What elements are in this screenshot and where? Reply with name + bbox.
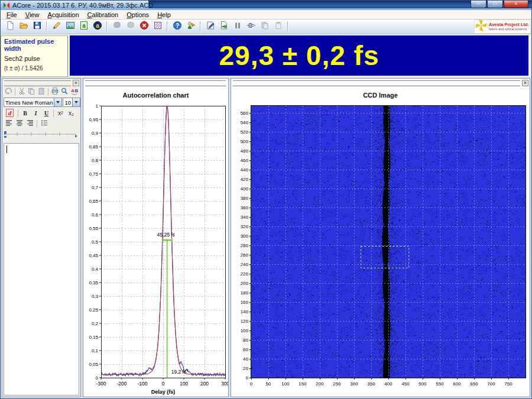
vendor-name: Avesta Project Ltd.: [489, 22, 529, 27]
connection-button[interactable]: [244, 21, 258, 33]
autocorrelation-chart[interactable]: 10,950,90,850,80,750,70,650,60,550,50,45…: [83, 100, 228, 396]
statistics-button: [231, 21, 244, 33]
menu-options[interactable]: Options: [122, 11, 153, 18]
panel-grip[interactable]: [233, 80, 520, 86]
svg-text:B: B: [75, 88, 79, 93]
editor-separator: [48, 88, 48, 96]
calibration-pen-button[interactable]: [50, 21, 63, 33]
panel-grip[interactable]: [4, 80, 71, 86]
bullet-list-button[interactable]: [39, 119, 49, 128]
svg-text:0: 0: [96, 375, 99, 381]
copy-text-button: [27, 87, 36, 96]
acq-forward-button: [124, 21, 137, 33]
minimize-button[interactable]: –: [471, 1, 486, 8]
bold-button[interactable]: B: [20, 108, 30, 118]
report-text-area[interactable]: [4, 143, 79, 395]
export-web-button[interactable]: a: [90, 21, 104, 33]
font-family-select[interactable]: Times New Roman: [4, 98, 62, 107]
background-frame-icon: [153, 21, 163, 33]
align-right-button[interactable]: [25, 119, 35, 128]
edit-report-button[interactable]: [203, 21, 217, 33]
acq-forward-icon: [126, 21, 135, 33]
dropdown-arrow-icon[interactable]: [72, 98, 80, 106]
svg-text:0,95: 0,95: [89, 117, 98, 122]
panel-close-button[interactable]: ×: [73, 80, 79, 86]
acq-stop-button[interactable]: [137, 21, 151, 33]
dropdown-arrow-icon[interactable]: [54, 98, 61, 106]
align-left-icon: [5, 119, 13, 128]
copy-icon: [27, 87, 35, 96]
ccd-image[interactable]: [231, 100, 530, 396]
save-icon: [33, 21, 42, 33]
view-image-button[interactable]: [63, 21, 77, 33]
app-window: ACore - 2015.03.17 6. РУ, 40.9мВт, 29.3ф…: [0, 0, 532, 399]
paste-text-button: [37, 87, 46, 96]
font-size-select[interactable]: 10: [63, 98, 80, 107]
paste-icon: [274, 21, 283, 33]
svg-text:0,9: 0,9: [92, 131, 99, 136]
menu-calibration[interactable]: Calibration: [83, 11, 123, 18]
panel-close-button[interactable]: ×: [522, 80, 528, 86]
background-frame-button[interactable]: [151, 21, 164, 33]
excel-export-icon: a: [79, 21, 89, 33]
superscript-button[interactable]: x²: [56, 108, 66, 118]
svg-text:0,55: 0,55: [89, 226, 98, 231]
menu-view[interactable]: View: [21, 11, 44, 18]
open-file-button[interactable]: [17, 21, 30, 33]
underline-button[interactable]: U: [41, 108, 51, 118]
help-globe-icon: ?: [173, 21, 182, 33]
export-report-icon: [219, 21, 229, 33]
toolbar-separator: [106, 21, 108, 32]
pulse-info-title: Estimated pulse width: [4, 38, 64, 52]
pulse-model: Sech2 pulse: [4, 55, 64, 62]
cut-button: [17, 87, 27, 96]
panel-grip[interactable]: [85, 80, 226, 86]
copy-button: [258, 21, 271, 33]
toolbar-separator: [46, 21, 47, 32]
menu-help[interactable]: Help: [153, 11, 175, 18]
svg-text:0,15: 0,15: [89, 335, 98, 340]
svg-text:0,45: 0,45: [89, 253, 98, 258]
align-center-button[interactable]: [14, 119, 24, 128]
zoom-button[interactable]: [60, 87, 70, 96]
svg-text:0,2: 0,2: [92, 321, 99, 326]
paste-button: [271, 21, 285, 33]
drop-cap-button[interactable]: d: [4, 108, 16, 118]
svg-text:-100: -100: [137, 381, 147, 387]
window-title: ACore - 2015.03.17 6. РУ, 40.9мВт, 29.3ф…: [12, 2, 153, 9]
ruler[interactable]: [3, 129, 79, 142]
setup-wizard-button[interactable]: [184, 21, 197, 33]
svg-text:19,2 fs: 19,2 fs: [171, 369, 187, 375]
new-file-button[interactable]: [3, 21, 17, 33]
toolbar-separator: [167, 21, 168, 32]
autocorrelation-chart-title: Autocorrelation chart: [83, 86, 228, 100]
menu-acquisition[interactable]: Acquisition: [43, 11, 83, 18]
workspace: × AB Times New Roman 10: [1, 77, 531, 398]
undo-button: [4, 87, 13, 96]
help-button[interactable]: ?: [170, 21, 184, 33]
export-report-button[interactable]: [217, 21, 231, 33]
avesta-logo-icon: [475, 19, 488, 34]
ccd-image-panel: × CCD Image: [231, 78, 530, 397]
close-button[interactable]: ×: [504, 1, 528, 8]
print-button[interactable]: [50, 87, 60, 96]
editor-separator: [18, 109, 18, 117]
maximize-button[interactable]: □: [487, 1, 503, 8]
save-button[interactable]: [30, 21, 44, 33]
magnifier-icon: [60, 87, 69, 96]
bullet-list-icon: [40, 119, 48, 128]
italic-button[interactable]: I: [31, 108, 41, 118]
export-excel-button[interactable]: a: [77, 21, 90, 33]
align-left-button[interactable]: [4, 119, 14, 128]
svg-text:45,25 fs: 45,25 fs: [157, 232, 175, 238]
stop-icon: [140, 21, 149, 33]
pen-icon: [52, 21, 61, 33]
menu-file[interactable]: File: [2, 11, 21, 18]
svg-text:100: 100: [180, 381, 188, 387]
toolbar-separator: [200, 21, 201, 32]
vendor-tagline: lasers and optical systems: [489, 27, 529, 31]
svg-text:1: 1: [96, 103, 99, 109]
pulse-info-box: Estimated pulse width Sech2 pulse (t ± σ…: [1, 35, 68, 77]
find-replace-button[interactable]: AB: [70, 87, 79, 96]
subscript-button[interactable]: x₂: [66, 108, 76, 118]
